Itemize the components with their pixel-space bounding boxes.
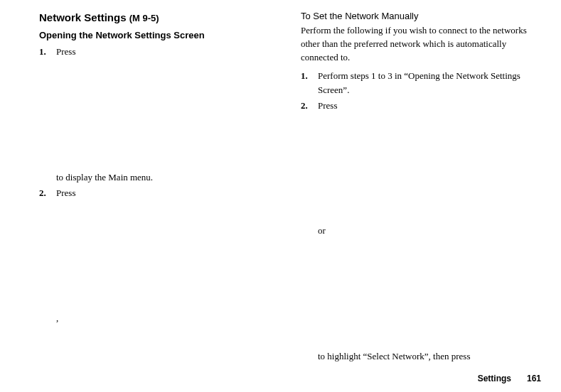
section-title: Network Settings (M 9-5) (39, 10, 281, 25)
footer-page-number: 161 (527, 373, 541, 385)
“up-button-icon” (56, 298, 281, 309)
“up-button-icon” (318, 211, 541, 222)
step-item: Press to display the Main menu. (39, 45, 281, 184)
manual-intro: Perform the following if you wish to con… (301, 24, 541, 65)
right-column: To Set the Network Manually Perform the … (301, 10, 541, 392)
manual-heading: To Set the Network Manually (301, 10, 541, 23)
page-footer: Settings 161 (478, 373, 541, 385)
opening-heading: Opening the Network Settings Screen (39, 29, 281, 42)
“down-button-icon” (318, 336, 541, 347)
opening-steps-list: Press to display the Main menu.Press , ,… (39, 45, 281, 392)
step-item: Perform steps 1 to 3 in “Opening the Net… (301, 69, 541, 97)
footer-label: Settings (478, 373, 511, 385)
“center-button-icon” (56, 158, 281, 168)
title-reference: (M 9-5) (129, 13, 159, 23)
left-column: Network Settings (M 9-5) Opening the Net… (39, 10, 281, 392)
title-text: Network Settings (39, 11, 129, 23)
step-item: Press , , or to highlight “Settings”, th… (39, 186, 281, 392)
manual-steps-list: Perform steps 1 to 3 in “Opening the Net… (301, 69, 541, 392)
step-item: Press or to highlight “Select Network”, … (301, 99, 541, 392)
